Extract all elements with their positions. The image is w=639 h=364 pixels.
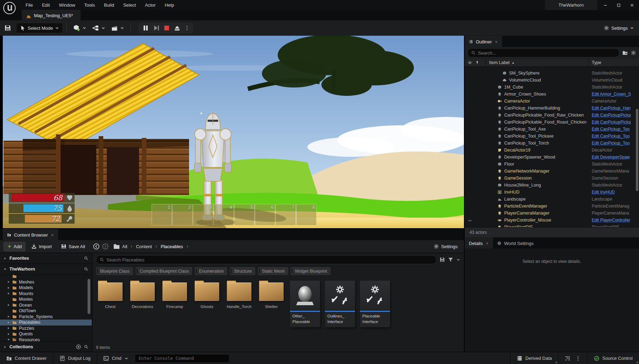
tree-folder-puzzles[interactable]: Puzzles (0, 326, 92, 331)
add-collection-icon[interactable] (76, 344, 81, 350)
filter-funnel-icon[interactable] (448, 257, 453, 262)
cmd-dropdown[interactable]: Cmd Enter Console Command (97, 352, 235, 364)
cinematics-dropdown[interactable] (108, 22, 127, 34)
tree-folder-mounts[interactable]: Mounts (0, 291, 92, 297)
pause-icon[interactable] (142, 24, 149, 31)
derived-data-button[interactable]: Derived Data (510, 352, 558, 364)
viewport-settings-dropdown[interactable]: Settings (604, 25, 634, 31)
outliner-row-landscape[interactable]: LandscapeLandscape (465, 196, 639, 203)
hotbar-slot-8[interactable]: 8 (296, 204, 317, 225)
outliner-item-type[interactable]: Edit PlayerController (589, 218, 639, 223)
hotbar-slot-3[interactable]: 3 (193, 204, 213, 225)
close-icon[interactable] (486, 242, 489, 245)
viewport-3d[interactable]: 687572 12345678 (3, 36, 464, 228)
menu-edit[interactable]: Edit (38, 1, 54, 9)
outliner-row-canpickup-tool-torch[interactable]: CanPickup_Tool_TorchEdit CanPickup_Too (465, 140, 639, 147)
tree-scrollbar[interactable] (88, 279, 90, 314)
menu-tools[interactable]: Tools (81, 1, 99, 9)
eye-icon[interactable] (468, 61, 472, 65)
unreal-logo-icon[interactable] (2, 1, 16, 15)
outliner-item-type[interactable]: Edit CanPickup_Too (589, 141, 639, 146)
outliner-row-invhud[interactable]: InvHUDEdit InvHUD (465, 189, 639, 196)
filter-chip-blueprint-class[interactable]: Blueprint Class (96, 267, 133, 275)
back-arrow-icon[interactable] (93, 243, 100, 250)
outliner-row-playerstartpie[interactable]: PlayerStartPIEPlayerStartPIE (465, 224, 639, 227)
search-icon[interactable] (84, 345, 88, 349)
tree-folder-movies[interactable]: Movies (0, 296, 92, 302)
outliner-item-type[interactable]: Edit Armor_Crown_S (589, 92, 639, 97)
new-folder-icon[interactable] (622, 50, 628, 56)
outliner-row-canpickuppickable-food-roast-chicken[interactable]: CanPickupPickable_Food_Roast_ChickenEdit… (465, 119, 639, 126)
filter-chip-structure[interactable]: Structure (230, 267, 255, 275)
hotbar-slot-4[interactable]: 4 (214, 204, 234, 225)
tree-folder-meshes[interactable]: Meshes (0, 279, 92, 285)
tree-folder-item[interactable] (0, 275, 92, 279)
hotbar-slot-7[interactable]: 7 (276, 204, 296, 225)
tab-outliner[interactable]: Outliner (465, 36, 502, 47)
eject-icon[interactable] (174, 24, 181, 31)
outliner-row-gamesession[interactable]: GameSessionGameSession (465, 175, 639, 182)
tree-folder-particle-systems[interactable]: Particle_Systems (0, 314, 92, 320)
content-folder-firecamp[interactable]: Firecamp (161, 281, 188, 309)
console-command-input[interactable]: Enter Console Command (135, 354, 229, 363)
outliner-row-canpickup-hammerbuilding[interactable]: CanPickup_HammerBuildingEdit CanPickup_H… (465, 105, 639, 112)
import-button[interactable]: Import (28, 242, 55, 251)
stop-icon[interactable] (163, 24, 170, 31)
content-drawer-button[interactable]: Content Drawer (0, 352, 53, 364)
outliner-scrollbar[interactable] (636, 109, 638, 191)
filter-chip-widget-blueprint[interactable]: Widget Blueprint (291, 267, 331, 275)
outliner-item-type[interactable]: Edit DeveloperSpaw (589, 155, 639, 160)
tree-folder-placeables[interactable]: Placeables (0, 320, 92, 326)
column-item-label[interactable]: Item Label (485, 59, 589, 66)
outliner-row-volumetriccloud[interactable]: VolumetricCloudVolumetricCloud (465, 77, 639, 84)
menu-window[interactable]: Window (55, 1, 79, 9)
content-folder-shelter[interactable]: Shelter (258, 281, 285, 309)
menu-file[interactable]: File (22, 1, 37, 9)
outliner-row-particleeventmanager[interactable]: ParticleEventManagerParticleEventManag (465, 203, 639, 210)
project-section[interactable]: TheWarhorn (0, 264, 92, 275)
tree-folder-quests[interactable]: Quests (0, 331, 92, 337)
content-browser-settings-dropdown[interactable]: Settings (433, 244, 460, 249)
tab-content-browser[interactable]: Content Browser (3, 229, 58, 240)
outliner-item-type[interactable]: Edit CanPickup_Too (589, 127, 639, 132)
tree-folder-models[interactable]: Models (0, 285, 92, 291)
outliner-row-canpickup-tool-pickaxe[interactable]: CanPickup_Tool_PickaxeEdit CanPickup_Too (465, 133, 639, 140)
menu-actor[interactable]: Actor (141, 1, 159, 9)
asset-outlines-interface[interactable]: Outlines_Interface (325, 281, 355, 327)
outliner-row-1m-cube[interactable]: 1M_CubeStaticMeshActor (465, 84, 639, 91)
tab-level-map-testing[interactable]: Map_Testing_UE5* (22, 10, 81, 21)
outliner-settings-gear-icon[interactable] (631, 50, 636, 56)
outliner-row-developerspawner-wood[interactable]: DeveloperSpawner_WoodEdit DeveloperSpaw (465, 154, 639, 161)
maximize-icon[interactable] (617, 3, 621, 7)
add-actor-dropdown[interactable] (70, 22, 89, 34)
outliner-search-input[interactable]: Search... (467, 48, 619, 57)
tab-world-settings[interactable]: World Settings (493, 238, 538, 248)
outliner-list[interactable]: SM_SkySphereStaticMeshActorVolumetricClo… (465, 67, 639, 227)
outliner-row-sm-skysphere[interactable]: SM_SkySphereStaticMeshActor (465, 70, 639, 77)
outliner-item-type[interactable]: Edit CanPickupPicka (589, 113, 639, 118)
outliner-item-type[interactable]: Edit CanPickup_Too (589, 134, 639, 139)
tab-details[interactable]: Details (465, 238, 493, 248)
outliner-row-canpickup-tool-axe[interactable]: CanPickup_Tool_AxeEdit CanPickup_Too (465, 126, 639, 133)
menu-build[interactable]: Build (100, 1, 118, 9)
add-button[interactable]: Add (4, 242, 26, 251)
chevron-down-icon[interactable] (456, 258, 460, 262)
save-all-button[interactable]: Save All (57, 242, 89, 251)
tree-folder-ocean[interactable]: Ocean (0, 302, 92, 308)
search-icon[interactable] (84, 267, 88, 271)
forward-arrow-icon[interactable] (102, 243, 109, 250)
breadcrumb-content[interactable]: Content (136, 244, 152, 249)
favorites-section[interactable]: Favorites (0, 253, 92, 264)
close-icon[interactable] (630, 3, 634, 7)
asset-placeableinterface[interactable]: PlaceableInterface (360, 281, 390, 327)
save-search-icon[interactable] (439, 257, 445, 262)
breadcrumb-all[interactable]: All (122, 244, 127, 249)
outliner-row-cameraactor[interactable]: CameraActorCameraActor (465, 98, 639, 105)
content-folder-decorations[interactable]: Decorations (129, 281, 156, 309)
insights-grid-icon[interactable] (565, 356, 570, 361)
close-icon[interactable] (51, 233, 54, 237)
row-visibility-cell[interactable] (465, 218, 485, 222)
filter-chip-static-mesh[interactable]: Static Mesh (258, 267, 288, 275)
play-step-icon[interactable] (153, 24, 160, 31)
source-control-button[interactable]: Source Control (588, 352, 639, 364)
